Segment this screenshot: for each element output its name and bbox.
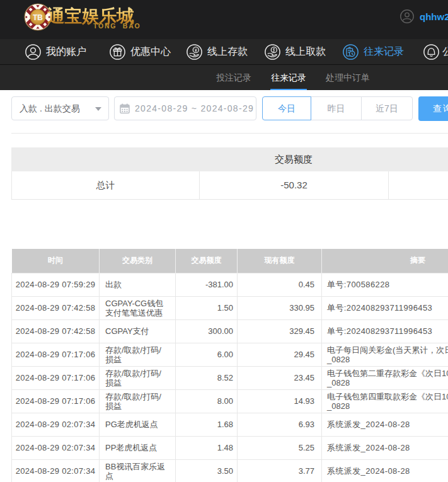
svg-text:TB: TB bbox=[33, 13, 43, 22]
